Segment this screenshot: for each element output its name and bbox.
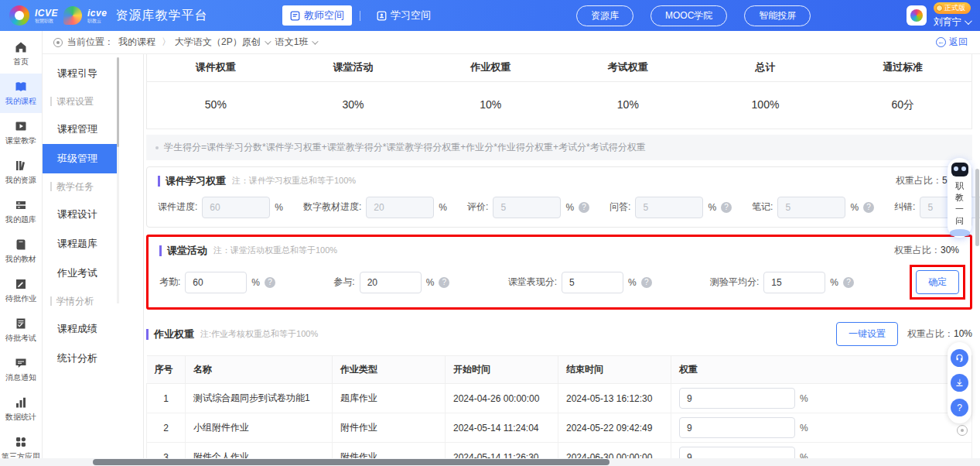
space-tabs: 教师空间 学习空间 (282, 5, 439, 26)
submenu-item[interactable]: 统计分析 (43, 344, 117, 373)
sidebar-item-label: 首页 (13, 57, 29, 67)
breadcrumb-item[interactable]: 语文1班 (275, 36, 317, 49)
field-label: 课件进度: (158, 200, 197, 214)
chevron-down-icon[interactable] (312, 38, 319, 44)
avatar[interactable] (907, 5, 927, 26)
textbook-icon (15, 238, 27, 251)
help-icon[interactable] (863, 202, 874, 213)
cell-start-time: 2024-05-14 11:24:04 (446, 413, 558, 443)
weight-input[interactable] (493, 197, 561, 218)
sidebar-item[interactable]: 待批作业 (0, 271, 42, 310)
main-content: 课件权重课堂活动作业权重考试权重总计通过标准 50%30%10%10%100%6… (143, 54, 980, 466)
submenu-item[interactable]: 课程引导 (43, 59, 117, 88)
space-tab[interactable]: 教师空间 (282, 5, 352, 26)
help-icon[interactable] (721, 202, 732, 213)
weight-input[interactable] (562, 272, 623, 293)
sidebar-item[interactable]: 数据统计 (0, 389, 42, 429)
breadcrumb: 我的课程 〉 大学语文（2P）原创 语文1班 (118, 36, 316, 49)
submenu-item[interactable]: 课程成绩 (43, 314, 117, 344)
help-icon[interactable] (641, 277, 652, 288)
sidebar-item[interactable]: 首页 (0, 34, 42, 74)
weight-field: 评价: % (467, 197, 589, 218)
column-header: 序号 (147, 356, 186, 384)
submenu-item[interactable]: 班级管理 (43, 144, 117, 173)
submenu-scrollbar[interactable] (117, 57, 119, 303)
question-bank-icon (15, 199, 27, 211)
breadcrumb-prefix: 当前位置： (67, 36, 114, 49)
classroom-icon (15, 120, 27, 132)
cell-weight: % (671, 413, 972, 443)
courseware-weight-section: 课件学习权重 注：课件学习权重总和等于100% 权重占比：50% 课件进度: (146, 166, 972, 228)
nav-pill-button[interactable]: MOOC学院 (650, 5, 727, 26)
cell-no: 2 (147, 413, 186, 443)
column-header: 权重 (671, 356, 972, 384)
weight-input[interactable] (763, 272, 825, 293)
homework-table-header: 序号名称作业类型开始时间结束时间权重 (147, 356, 972, 384)
row-weight-input[interactable] (679, 388, 795, 409)
user-info[interactable]: 正式版 刘育宁 (934, 2, 971, 29)
summary-column-header: 通过标准 (834, 54, 971, 81)
download-icon[interactable] (951, 374, 968, 392)
weight-input[interactable] (777, 197, 845, 218)
chevron-down-icon (965, 17, 972, 25)
logo1-subtext: 智慧职教 (35, 19, 58, 23)
sidebar-item[interactable]: 消息通知 (0, 350, 42, 389)
weight-input[interactable] (366, 197, 434, 218)
sidebar-item[interactable]: 我的教材 (0, 231, 42, 271)
sidebar-item[interactable]: 待批考试 (0, 310, 42, 350)
weight-input[interactable] (185, 272, 247, 293)
horizontal-scrollbar[interactable] (0, 458, 980, 466)
cell-name: 小组附件作业 (186, 413, 333, 443)
breadcrumb-item[interactable]: 我的课程 (118, 36, 155, 49)
weight-input[interactable] (360, 272, 422, 293)
support-icon[interactable] (951, 349, 968, 367)
summary-column-header: 作业权重 (422, 54, 559, 81)
field-label: 测验平均分: (710, 276, 759, 289)
cloud-decoration-icon (950, 229, 970, 236)
nav-pill-button[interactable]: 资源库 (576, 5, 633, 26)
weight-field: 笔记: % (752, 197, 874, 218)
horizontal-scrollbar-thumb[interactable] (93, 459, 610, 465)
help-icon[interactable]: ? (951, 399, 968, 416)
confirm-highlight-frame: 确定 (910, 265, 965, 300)
nav-pill-button[interactable]: 智能投屏 (744, 5, 811, 26)
sidebar-item[interactable]: 我的题库 (0, 192, 42, 231)
weight-field: 问答: % (610, 197, 732, 218)
space-tab[interactable]: 学习空间 (352, 5, 439, 26)
sidebar-item[interactable]: 我的资源 (0, 152, 42, 192)
ai-assistant-widget[interactable]: 职教一问 (948, 158, 971, 238)
field-label: 课堂表现分: (508, 276, 557, 289)
chevron-down-icon[interactable] (265, 38, 271, 44)
row-weight-input[interactable] (679, 417, 795, 438)
vertical-scrollbar-thumb[interactable] (975, 169, 979, 246)
weight-input[interactable] (635, 197, 703, 218)
column-header: 作业类型 (333, 356, 446, 384)
back-button[interactable]: ← 返回 (936, 36, 968, 49)
submenu-item[interactable]: 作业考试 (43, 259, 117, 288)
back-arrow-icon: ← (936, 37, 946, 47)
help-icon[interactable] (439, 277, 449, 288)
submenu-item[interactable]: 课程设计 (43, 200, 117, 229)
help-icon[interactable] (265, 277, 275, 288)
sidebar-item-label: 我的资源 (5, 175, 36, 186)
course-icon (15, 81, 27, 93)
icve-cloud-logo-icon (63, 6, 82, 25)
submenu-item[interactable]: 课程题库 (43, 229, 117, 259)
breadcrumb-item[interactable]: 〉 大学语文（2P）原创 (162, 36, 269, 49)
apps-icon (15, 436, 27, 448)
weight-input[interactable] (202, 197, 270, 218)
confirm-button[interactable]: 确定 (916, 270, 959, 294)
help-icon[interactable] (843, 277, 854, 288)
sidebar-item[interactable]: 课堂教学 (0, 113, 42, 152)
feedback-target-icon[interactable] (957, 425, 968, 436)
summary-value: 10% (422, 82, 559, 128)
help-icon[interactable] (579, 202, 589, 213)
quick-set-button[interactable]: 一键设置 (836, 322, 898, 346)
teacher-space-icon (290, 11, 300, 21)
section-title: 作业权重 (146, 329, 194, 340)
icon-sidebar: 首页 我的课程 课堂教学 我的资源 我的题库 (0, 31, 43, 466)
submenu-item[interactable]: 课程管理 (43, 115, 117, 144)
breadcrumb-bar: 当前位置： 我的课程 〉 大学语文（2P）原创 (43, 31, 980, 54)
sidebar-item[interactable]: 我的课程 (0, 74, 42, 113)
weight-field: 课堂表现分: % (508, 272, 652, 293)
